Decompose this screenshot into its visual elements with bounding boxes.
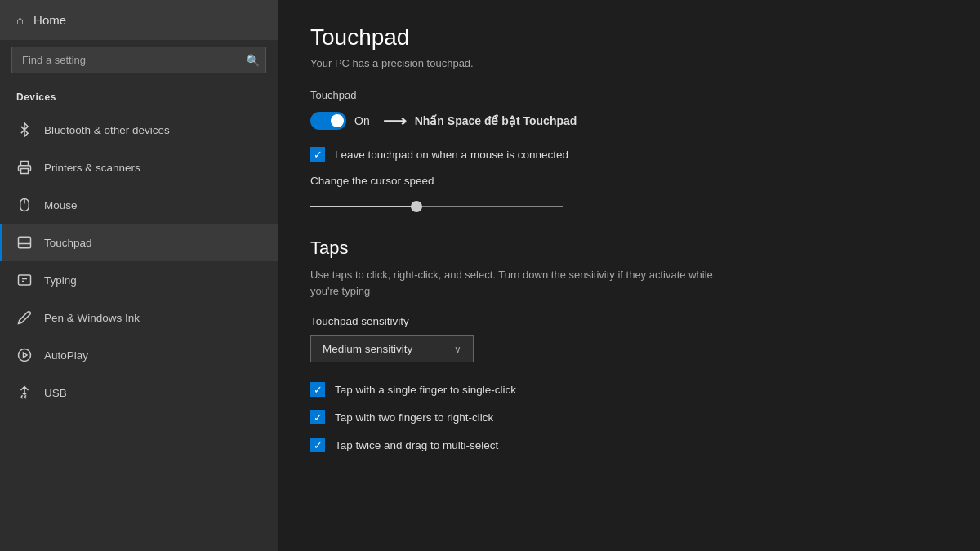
autoplay-icon	[16, 347, 33, 363]
search-icon: 🔍	[246, 54, 260, 67]
cursor-speed-label: Change the cursor speed	[310, 175, 947, 187]
tap-two-label: Tap with two fingers to right-click	[335, 411, 493, 424]
svg-rect-3	[19, 237, 31, 248]
taps-desc: Use taps to click, right-click, and sele…	[310, 267, 719, 299]
sidebar-item-pen[interactable]: Pen & Windows Ink	[0, 299, 278, 336]
pen-icon	[16, 309, 33, 326]
page-subtitle: Your PC has a precision touchpad.	[310, 57, 947, 69]
chevron-down-icon: ∨	[454, 344, 461, 355]
sidebar-item-typing-label: Typing	[44, 274, 77, 287]
mouse-icon	[16, 197, 33, 213]
sidebar-item-pen-label: Pen & Windows Ink	[44, 312, 140, 324]
tap-single-checkbox[interactable]: ✓	[310, 382, 325, 397]
tap-single-label: Tap with a single finger to single-click	[335, 384, 516, 396]
home-icon: ⌂	[16, 13, 24, 27]
sidebar-item-autoplay[interactable]: AutoPlay	[0, 336, 278, 374]
checkmark-icon: ✓	[314, 384, 323, 395]
checkmark-icon: ✓	[314, 412, 323, 423]
sensitivity-dropdown[interactable]: Medium sensitivity ∨	[310, 335, 474, 362]
cursor-speed-section: Change the cursor speed	[310, 175, 947, 215]
sidebar-section-title: Devices	[0, 87, 278, 111]
touchpad-toggle-row: On ⟶ Nhấn Space để bật Touchpad	[310, 111, 947, 131]
tap-twice-checkbox[interactable]: ✓	[310, 438, 325, 452]
leave-touchpad-checkbox[interactable]: ✓	[310, 147, 325, 162]
main-content: Touchpad Your PC has a precision touchpa…	[278, 0, 980, 551]
slider-track	[310, 206, 564, 207]
sidebar-item-mouse[interactable]: Mouse	[0, 186, 278, 224]
sidebar-item-bluetooth-label: Bluetooth & other devices	[44, 124, 170, 136]
checkmark-icon: ✓	[314, 440, 323, 451]
leave-touchpad-label: Leave touchpad on when a mouse is connec…	[335, 149, 568, 161]
sidebar-item-usb-label: USB	[44, 387, 67, 399]
slider-track-filled	[310, 206, 416, 207]
usb-icon	[16, 384, 33, 401]
tap-two-row: ✓ Tap with two fingers to right-click	[310, 410, 947, 424]
toggle-track	[310, 112, 346, 130]
search-icon-button[interactable]: 🔍	[246, 54, 260, 67]
sidebar-item-autoplay-label: AutoPlay	[44, 349, 88, 362]
sidebar-item-printers[interactable]: Printers & scanners	[0, 149, 278, 186]
sidebar: ⌂ Home 🔍 Devices Bluetooth & other devic…	[0, 0, 278, 551]
printer-icon	[16, 159, 33, 176]
tap-twice-label: Tap twice and drag to multi-select	[335, 439, 498, 451]
sidebar-home-button[interactable]: ⌂ Home	[0, 0, 278, 40]
tap-two-checkbox[interactable]: ✓	[310, 410, 325, 424]
cursor-speed-slider-container	[310, 198, 947, 215]
toggle-hint-text: Nhấn Space để bật Touchpad	[415, 114, 577, 127]
search-input[interactable]	[11, 47, 266, 73]
tap-single-row: ✓ Tap with a single finger to single-cli…	[310, 382, 947, 397]
sidebar-item-bluetooth[interactable]: Bluetooth & other devices	[0, 111, 278, 149]
svg-rect-5	[19, 275, 31, 285]
sidebar-item-touchpad-label: Touchpad	[44, 237, 92, 249]
touchpad-section-label: Touchpad	[310, 89, 947, 101]
touchpad-icon	[16, 234, 33, 251]
touchpad-toggle[interactable]: On	[310, 112, 370, 130]
toggle-thumb	[331, 114, 344, 127]
page-title: Touchpad	[310, 24, 947, 51]
toggle-label: On	[354, 114, 370, 127]
sensitivity-value: Medium sensitivity	[323, 343, 412, 355]
taps-title: Taps	[310, 238, 947, 259]
leave-touchpad-row: ✓ Leave touchpad on when a mouse is conn…	[310, 147, 947, 162]
sensitivity-label: Touchpad sensitivity	[310, 315, 947, 327]
sidebar-item-mouse-label: Mouse	[44, 199, 78, 211]
svg-marker-7	[24, 353, 28, 358]
sidebar-item-usb[interactable]: USB	[0, 374, 278, 411]
checkmark-icon: ✓	[314, 149, 323, 160]
arrow-right-icon: ⟶	[383, 111, 407, 131]
svg-rect-0	[21, 169, 29, 174]
tap-twice-row: ✓ Tap twice and drag to multi-select	[310, 438, 947, 452]
sidebar-item-typing[interactable]: Typing	[0, 261, 278, 299]
sidebar-item-printers-label: Printers & scanners	[44, 162, 140, 174]
svg-point-6	[19, 349, 31, 362]
sidebar-home-label: Home	[33, 13, 66, 27]
bluetooth-icon	[16, 122, 33, 138]
typing-icon	[16, 272, 33, 288]
toggle-hint: ⟶ Nhấn Space để bật Touchpad	[383, 111, 577, 131]
slider-thumb[interactable]	[411, 201, 422, 212]
sidebar-item-touchpad[interactable]: Touchpad	[0, 224, 278, 261]
sidebar-search-container: 🔍	[11, 47, 266, 73]
